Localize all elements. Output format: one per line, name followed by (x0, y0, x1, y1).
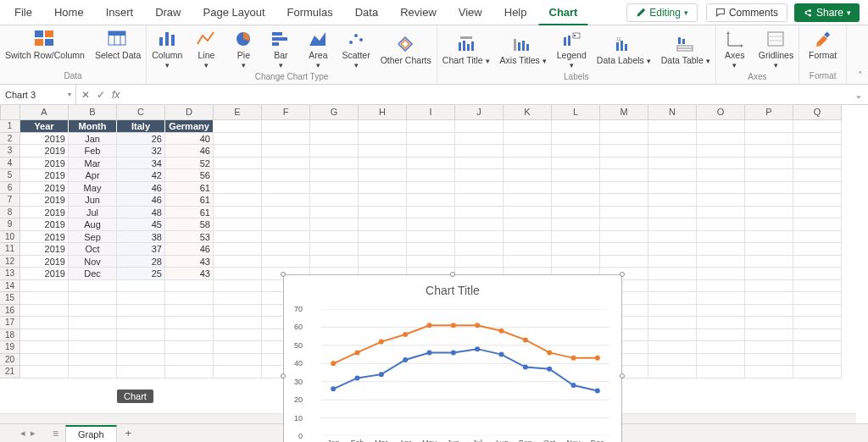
cell-N12[interactable] (648, 256, 697, 268)
cell-H6[interactable] (359, 182, 407, 195)
cell-D14[interactable] (165, 280, 214, 293)
cell-Q4[interactable] (793, 157, 842, 170)
cell-K7[interactable] (504, 194, 552, 207)
cell-D8[interactable]: 61 (165, 207, 214, 219)
cell-A12[interactable]: 2019 (20, 256, 69, 268)
cell-E10[interactable] (214, 231, 262, 244)
add-sheet-button[interactable]: + (117, 424, 141, 442)
cell-A7[interactable]: 2019 (20, 194, 69, 207)
row-header-18[interactable]: 18 (0, 329, 20, 342)
cell-D15[interactable] (165, 292, 214, 305)
cell-D7[interactable]: 61 (165, 194, 214, 207)
cell-B16[interactable] (69, 305, 117, 318)
cell-N11[interactable] (648, 243, 697, 256)
column-header-G[interactable]: G (310, 105, 359, 120)
chart-title[interactable]: Chart Title (284, 284, 621, 297)
cell-D9[interactable]: 58 (165, 218, 214, 231)
cell-O12[interactable] (697, 256, 745, 268)
formula-input[interactable] (125, 85, 849, 104)
share-button[interactable]: Share ▾ (794, 3, 860, 22)
cell-I12[interactable] (407, 256, 455, 268)
cell-D2[interactable]: 40 (165, 133, 214, 146)
row-header-6[interactable]: 6 (0, 182, 20, 195)
cell-L11[interactable] (552, 243, 600, 256)
cell-J4[interactable] (455, 157, 504, 170)
column-header-E[interactable]: E (214, 105, 262, 120)
cell-A11[interactable]: 2019 (20, 243, 69, 256)
cell-D13[interactable]: 43 (165, 268, 214, 280)
cell-L3[interactable] (552, 145, 600, 157)
cell-Q19[interactable] (793, 341, 842, 354)
row-header-5[interactable]: 5 (0, 169, 20, 182)
cell-B3[interactable]: Feb (69, 145, 117, 157)
cell-A5[interactable]: 2019 (20, 169, 69, 182)
cell-K9[interactable] (504, 218, 552, 231)
cell-D12[interactable]: 43 (165, 256, 214, 268)
cell-M1[interactable] (600, 120, 648, 133)
cell-P17[interactable] (745, 317, 793, 329)
cell-P2[interactable] (745, 133, 793, 146)
cell-E11[interactable] (214, 243, 262, 256)
cell-M10[interactable] (600, 231, 648, 244)
cell-B21[interactable] (69, 366, 117, 378)
cell-L4[interactable] (552, 157, 600, 170)
cell-Q14[interactable] (793, 280, 842, 293)
cell-F3[interactable] (262, 145, 310, 157)
cell-E18[interactable] (214, 329, 262, 342)
resize-handle[interactable] (620, 272, 625, 277)
cell-P7[interactable] (745, 194, 793, 207)
row-header-14[interactable]: 14 (0, 280, 20, 293)
cell-Q3[interactable] (793, 145, 842, 157)
cell-P9[interactable] (745, 218, 793, 231)
cell-P1[interactable] (745, 120, 793, 133)
cell-A13[interactable]: 2019 (20, 268, 69, 280)
column-header-Q[interactable]: Q (793, 105, 842, 120)
cell-O4[interactable] (697, 157, 745, 170)
cell-B12[interactable]: Nov (69, 256, 117, 268)
cell-F6[interactable] (262, 182, 310, 195)
cell-D18[interactable] (165, 329, 214, 342)
cell-P10[interactable] (745, 231, 793, 244)
cell-A4[interactable]: 2019 (20, 157, 69, 170)
cell-N16[interactable] (648, 305, 697, 318)
cell-Q20[interactable] (793, 354, 842, 367)
cell-G9[interactable] (310, 218, 359, 231)
axis-titles-button[interactable]: Axis Titles ▾ (495, 27, 552, 72)
chart-type-other-button[interactable]: Other Charts (376, 27, 437, 72)
cell-I4[interactable] (407, 157, 455, 170)
cell-A6[interactable]: 2019 (20, 182, 69, 195)
cell-M12[interactable] (600, 256, 648, 268)
cell-C19[interactable] (117, 341, 165, 354)
cell-L9[interactable] (552, 218, 600, 231)
cell-F1[interactable] (262, 120, 310, 133)
cell-E17[interactable] (214, 317, 262, 329)
chart-type-area-button[interactable]: Area▾ (299, 27, 337, 72)
cell-O10[interactable] (697, 231, 745, 244)
cell-D3[interactable]: 46 (165, 145, 214, 157)
cell-L2[interactable] (552, 133, 600, 146)
row-header-21[interactable]: 21 (0, 366, 20, 378)
cell-L10[interactable] (552, 231, 600, 244)
cell-E21[interactable] (214, 366, 262, 378)
cell-Q1[interactable] (793, 120, 842, 133)
cell-O13[interactable] (697, 268, 745, 280)
tab-insert[interactable]: Insert (95, 0, 145, 25)
gridlines-button[interactable]: Gridlines▾ (754, 27, 798, 72)
cell-J6[interactable] (455, 182, 504, 195)
cell-B2[interactable]: Jan (69, 133, 117, 146)
cell-B18[interactable] (69, 329, 117, 342)
cell-I7[interactable] (407, 194, 455, 207)
cell-H2[interactable] (359, 133, 407, 146)
chart-type-bar-button[interactable]: Bar▾ (262, 27, 299, 72)
cell-H11[interactable] (359, 243, 407, 256)
row-header-8[interactable]: 8 (0, 207, 20, 219)
all-sheets-icon[interactable]: ≡ (53, 428, 58, 439)
cell-B1[interactable]: Month (69, 120, 117, 133)
sheet-nav-buttons[interactable]: ◂▸ (20, 428, 36, 439)
cell-J7[interactable] (455, 194, 504, 207)
tab-data[interactable]: Data (344, 0, 389, 25)
chart-type-line-button[interactable]: Line▾ (187, 27, 225, 72)
cell-I5[interactable] (407, 169, 455, 182)
column-header-H[interactable]: H (359, 105, 407, 120)
cell-N21[interactable] (648, 366, 697, 378)
